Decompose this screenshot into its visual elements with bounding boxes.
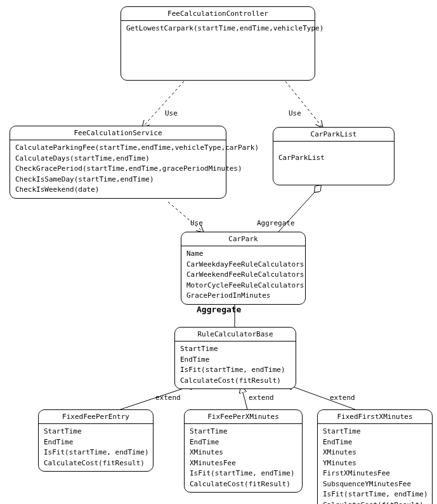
class-rulecalculatorbase: RuleCalculatorBase StartTime EndTime IsF…: [174, 327, 296, 389]
class-member: StartTime: [44, 427, 148, 437]
class-member: Name: [186, 249, 300, 260]
relation-label-extend: extend: [249, 394, 274, 402]
class-member: CheckIsSameDay(startTime,endTime): [15, 175, 221, 185]
class-title: FeeCalculationController: [121, 7, 315, 21]
class-carpark: CarPark Name CarWeekdayFeeRuleCalculator…: [181, 232, 306, 305]
uml-class-diagram: FeeCalculationController GetLowestCarpar…: [0, 0, 437, 504]
class-feecalculationservice: FeeCalculationService CalculateParkingFe…: [10, 126, 226, 199]
class-member: YMinutes: [323, 458, 427, 469]
class-member: GetLowestCarpark(startTime,endTime,vehic…: [126, 23, 310, 34]
class-member: CalculateCost(fitResult): [190, 479, 297, 490]
class-member: EndTime: [44, 437, 148, 448]
class-member: CalculateCost(fitResult): [44, 458, 148, 469]
relation-label-aggregate: Aggregate: [197, 305, 241, 314]
class-member: CheckGracePeriod(startTime,endTime,grace…: [15, 164, 221, 175]
class-title: FeeCalculationService: [10, 126, 226, 140]
class-member: StartTime: [190, 427, 297, 437]
class-title: RuleCalculatorBase: [175, 328, 296, 342]
class-member: CarWeekendFeeRuleCalculators: [186, 270, 300, 281]
relation-label-use: Use: [289, 109, 301, 117]
class-title: FixFeePerXMinutes: [185, 410, 302, 424]
relation-label-extend: extend: [330, 394, 355, 402]
relation-label-extend: extend: [155, 394, 181, 402]
class-member: XMinutes: [323, 448, 427, 458]
class-fixedfeeperentry: FixedFeePerEntry StartTime EndTime IsFit…: [38, 409, 153, 472]
relation-label-use: Use: [190, 219, 203, 227]
class-member: IsFit(startTime, endTime): [44, 448, 148, 458]
class-member: CarParkList: [278, 153, 389, 164]
class-member: IsFit(startTime, endTime): [190, 468, 297, 479]
class-feecalculationcontroller: FeeCalculationController GetLowestCarpar…: [121, 6, 315, 81]
class-title: FixedFirstXMinutes: [318, 410, 432, 424]
class-member: XMinutesFee: [190, 458, 297, 469]
class-member: CalculateCost(fitResult): [323, 500, 427, 505]
class-member: FirstXMinutesFee: [323, 468, 427, 479]
class-fixedfirstxminutes: FixedFirstXMinutes StartTime EndTime XMi…: [317, 409, 433, 504]
class-member: MotorCycleFeeRuleCalculators: [186, 281, 300, 291]
class-title: CarPark: [181, 232, 305, 246]
class-member: IsFit(startTime, endTime): [323, 489, 427, 500]
relation-label-aggregate: Aggregate: [257, 219, 295, 227]
class-member: StartTime: [180, 344, 290, 355]
class-member: CalculateParkingFee(startTime,endTime,ve…: [15, 143, 221, 154]
class-fixfeeperxminutes: FixFeePerXMinutes StartTime EndTime XMin…: [184, 409, 303, 493]
class-member: SubsquenceYMinutesFee: [323, 479, 427, 490]
class-title: CarParkList: [273, 128, 394, 142]
class-member: XMinutes: [190, 448, 297, 458]
class-member: CheckIsWeekend(date): [15, 185, 221, 196]
class-member: GracePeriodInMinutes: [186, 291, 300, 302]
class-member: EndTime: [190, 437, 297, 448]
class-member: EndTime: [323, 437, 427, 448]
class-member: CalculateDays(startTime,endTime): [15, 154, 221, 164]
class-title: FixedFeePerEntry: [39, 410, 153, 424]
class-carparklist: CarParkList CarParkList: [273, 127, 395, 185]
class-member: IsFit(startTime, endTime): [180, 365, 290, 376]
relation-label-use: Use: [165, 109, 178, 117]
class-member: CalculateCost(fitResult): [180, 376, 290, 387]
class-member: EndTime: [180, 355, 290, 366]
class-member: CarWeekdayFeeRuleCalculators: [186, 260, 300, 270]
class-member: StartTime: [323, 427, 427, 437]
